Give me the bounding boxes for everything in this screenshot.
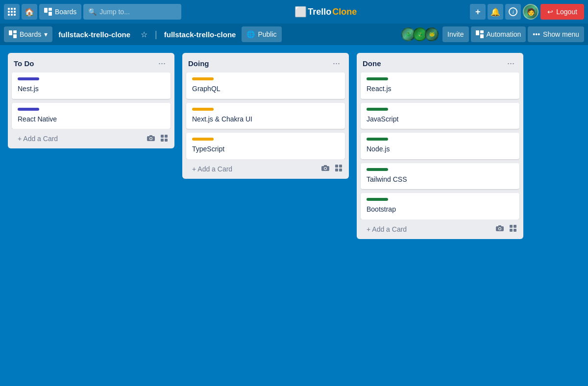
list-menu-button-doing[interactable]: ··· [330, 58, 343, 69]
list-done: Done···React.jsJavaScriptNode.jsTailwind… [357, 53, 523, 239]
camera-icon[interactable] [320, 164, 330, 174]
card[interactable]: JavaScript [361, 103, 519, 129]
add-card-button-doing[interactable]: + Add a Card [188, 163, 236, 175]
list-cards-done: React.jsJavaScriptNode.jsTailwind CSSBoo… [357, 72, 523, 219]
plus-icon: + [475, 7, 481, 17]
svg-rect-24 [339, 169, 342, 171]
invite-button[interactable]: Invite [442, 26, 468, 42]
svg-rect-12 [149, 135, 152, 137]
card[interactable]: Tailwind CSS [361, 163, 519, 190]
avatar[interactable]: 🧑 [523, 4, 539, 20]
board-icon [9, 30, 17, 38]
home-button[interactable]: 🏠 [22, 4, 37, 20]
camera-icon[interactable] [146, 134, 156, 144]
card[interactable]: TypeScript [186, 133, 345, 159]
logout-icon: ↩ [547, 8, 553, 16]
card-text: Node.js [367, 145, 514, 154]
card-label [192, 138, 214, 141]
info-button[interactable]: i [505, 4, 521, 20]
list-menu-button-done[interactable]: ··· [504, 58, 517, 69]
card[interactable]: Bootstrap [361, 193, 519, 219]
svg-rect-23 [335, 169, 338, 171]
list-menu-button-todo[interactable]: ··· [155, 58, 169, 69]
show-menu-button[interactable]: ••• Show menu [528, 26, 584, 42]
card-label [367, 168, 388, 171]
info-icon: i [509, 7, 517, 16]
card-label [192, 77, 214, 80]
list-cards-todo: Nest.jsReact Native [8, 72, 174, 129]
card[interactable]: Nest.js [12, 72, 171, 99]
globe-icon: 🌐 [246, 30, 255, 38]
search-placeholder: Jump to... [99, 8, 129, 16]
logo-trello-text: Trello [308, 7, 331, 17]
logout-button[interactable]: ↩ Logout [540, 4, 584, 20]
card[interactable]: GraphQL [186, 72, 345, 99]
add-card-button-done[interactable]: + Add a Card [363, 223, 411, 235]
home-icon: 🏠 [24, 7, 34, 17]
svg-rect-6 [476, 30, 479, 35]
board-content: To Do···Nest.jsReact Native+ Add a CardD… [0, 45, 588, 386]
template-icon[interactable] [509, 224, 517, 234]
svg-rect-2 [49, 12, 52, 16]
card[interactable]: React Native [12, 103, 171, 129]
boards-nav-label: Boards [55, 8, 76, 16]
card-label [367, 198, 388, 201]
svg-rect-22 [339, 165, 342, 168]
bell-icon: 🔔 [490, 7, 500, 17]
svg-rect-0 [44, 8, 48, 13]
svg-point-27 [499, 228, 501, 230]
board-nav: Boards ▾ fullstack-trello-clone ☆ | full… [0, 24, 588, 45]
board-name[interactable]: fullstack-trello-clone [54, 26, 134, 42]
card[interactable]: Next.js & Chakra UI [186, 103, 345, 129]
list-footer-done: + Add a Card [357, 219, 523, 239]
boards-dropdown-button[interactable]: Boards ▾ [4, 26, 52, 42]
add-button[interactable]: + [470, 4, 486, 20]
add-card-button-todo[interactable]: + Add a Card [14, 133, 62, 145]
visibility-button[interactable]: 🌐 Public [242, 26, 281, 42]
card-text: GraphQL [192, 84, 339, 94]
svg-rect-7 [480, 30, 484, 33]
boards-nav-button[interactable]: Boards [39, 4, 81, 20]
automation-button[interactable]: Automation [471, 26, 526, 42]
svg-rect-3 [9, 30, 12, 35]
top-nav: 🏠 Boards 🔍 Jump to... ⬜ TrelloClone + 🔔 … [0, 0, 588, 24]
star-button[interactable]: ☆ [136, 26, 152, 42]
card-label [18, 108, 39, 111]
member-avatar-3[interactable]: 🐸 [425, 27, 439, 41]
camera-icon[interactable] [495, 224, 505, 234]
list-title-done: Done [363, 59, 381, 68]
svg-rect-8 [480, 34, 484, 38]
svg-rect-4 [13, 30, 17, 33]
template-icon[interactable] [334, 164, 343, 174]
board-name-second[interactable]: fullstack-trello-clone [160, 26, 240, 42]
card[interactable]: React.js [361, 72, 519, 99]
svg-rect-14 [165, 135, 168, 138]
card-text: Nest.js [18, 84, 165, 94]
logo: ⬜ TrelloClone [183, 6, 468, 18]
card-text: Bootstrap [367, 205, 514, 215]
boards-dropdown-label: Boards [20, 30, 41, 38]
board-nav-right: 🐉 🐲 🐸 Invite Automation ••• Show menu [401, 26, 584, 42]
svg-rect-32 [514, 229, 516, 232]
automation-icon [476, 30, 484, 38]
card-label [367, 108, 388, 111]
svg-rect-1 [49, 8, 52, 11]
notifications-button[interactable]: 🔔 [488, 4, 503, 20]
card[interactable]: Node.js [361, 133, 519, 159]
list-header-doing: Doing··· [182, 53, 349, 72]
card-text: JavaScript [367, 115, 514, 124]
card-text: React.js [367, 84, 514, 94]
list-title-doing: Doing [188, 59, 209, 68]
grid-menu-button[interactable] [4, 4, 20, 20]
card-label [367, 138, 388, 141]
card-label [367, 77, 388, 80]
list-footer-icons [320, 164, 343, 174]
list-doing: Doing···GraphQLNext.js & Chakra UITypeSc… [182, 53, 349, 179]
invite-label: Invite [447, 30, 464, 38]
logo-icon: ⬜ [294, 6, 307, 18]
member-avatars: 🐉 🐲 🐸 [401, 27, 439, 41]
search-bar[interactable]: 🔍 Jump to... [83, 4, 181, 20]
template-icon[interactable] [160, 134, 169, 144]
card-text: React Native [18, 115, 165, 124]
svg-rect-20 [324, 165, 327, 167]
